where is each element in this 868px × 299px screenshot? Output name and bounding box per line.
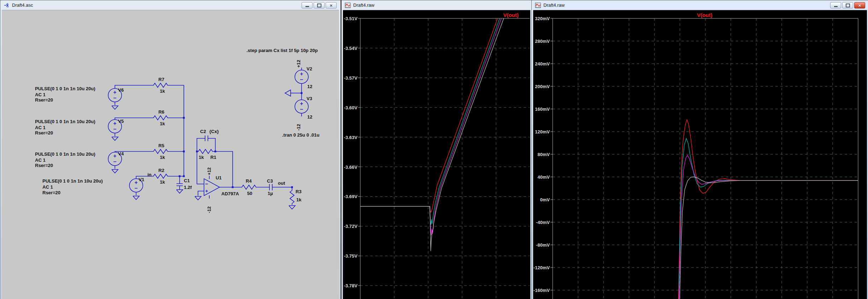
waveform-window-left-titlebar[interactable]: Draft4.raw [342,0,532,10]
y-tick-label: 240mV [535,61,550,67]
minimize-icon [834,6,838,7]
svg-text:1k: 1k [160,121,165,126]
resistor-r4[interactable]: R4 50 [240,178,259,196]
resistor-r5[interactable]: R5 1k [152,143,170,160]
svg-text:1.2f: 1.2f [184,185,192,190]
waveform-window-right-controls: × [830,2,865,8]
y-tick-label: -3.75V [344,253,358,259]
svg-text:AC 1: AC 1 [42,184,53,190]
y-tick-label: 40mV [537,174,550,180]
y-tick-label: -3.66V [344,165,358,170]
y-tick-label: 80mV [537,152,550,157]
voltage-source-v2[interactable]: +12 V2 12 [295,60,312,89]
y-tick-label: -160mV [534,288,550,293]
y-tick-label: 160mV [535,107,550,112]
resistor-r3[interactable]: R3 1k [289,186,302,209]
svg-text:V2: V2 [307,66,312,71]
step-directive[interactable]: .step param Cx list 1f 5p 10p 20p [246,48,318,53]
window-title: Draft4.asc [12,2,33,8]
waveform-window-right-titlebar[interactable]: Draft4.raw [532,0,868,10]
svg-text:PULSE(0 1 0 1n 1n 10u 20u): PULSE(0 1 0 1n 1n 10u 20u) [35,151,95,157]
capacitor-c2[interactable]: C2 {Cx} [197,129,219,151]
svg-text:+12: +12 [296,60,301,68]
capacitor-c3[interactable]: C3 1µ [259,178,292,196]
y-tick-label: -3.51V [344,16,358,21]
y-axis-labels: -3.51V-3.54V-3.57V-3.60V-3.63V-3.66V-3.6… [344,16,360,288]
waveform-plot-left: V(out) -3.51V-3.54V-3.57V-3.60V-3.63V-3.… [343,10,530,299]
ground-icon [112,106,118,109]
restore-button[interactable] [314,2,325,8]
svg-text:-12: -12 [206,206,212,213]
resistor-r7[interactable]: R7 1k [152,77,170,94]
minimize-button[interactable] [830,2,841,8]
svg-text:1k: 1k [160,179,165,185]
tran-directive[interactable]: .tran 0 25u 0 .01u [282,132,320,138]
svg-text:PULSE(0 1 0 1n 1n 10u 20u): PULSE(0 1 0 1n 1n 10u 20u) [42,178,103,184]
summing-bus-wires [170,85,185,177]
y-tick-label: 120mV [535,129,550,134]
svg-text:V1: V1 [139,177,144,182]
svg-text:R2: R2 [158,168,164,173]
resistor-r6[interactable]: R6 1k [152,109,170,126]
svg-text:1k: 1k [296,197,302,202]
close-button[interactable]: × [326,2,337,8]
trace-legend[interactable]: V(out) [503,12,518,18]
svg-text:50: 50 [247,191,252,196]
net-label-in: in [147,172,152,177]
svg-text:C1: C1 [184,178,190,183]
svg-text:1k: 1k [160,88,165,94]
waveform-window-left: Draft4.raw V(out) -3.51V-3.54V-3.57V-3.6… [341,0,532,299]
voltage-source-v5[interactable]: V5 [108,118,152,140]
svg-text:V4: V4 [118,151,124,156]
schematic-window-titlebar[interactable]: Draft4.asc [0,0,340,10]
svg-text:Rser=20: Rser=20 [35,130,53,136]
svg-text:Rser=20: Rser=20 [35,97,53,103]
waveform-pane-right[interactable]: V(out) 320mV280mV240mV200mV160mV120mV80m… [533,10,867,299]
svg-text:+12: +12 [206,167,212,175]
voltage-source-v1[interactable]: V1 in [129,172,152,200]
source-spec-v5: PULSE(0 1 0 1n 1n 10u 20u) AC 1 Rser=20 [35,119,95,136]
y-tick-label: 200mV [535,84,550,89]
minimize-button[interactable] [302,2,313,8]
plot-area[interactable] [553,18,858,299]
waveform-icon [535,2,541,8]
source-spec-v1: PULSE(0 1 0 1n 1n 10u 20u) AC 1 Rser=20 [42,178,103,195]
restore-icon [317,4,321,7]
y-tick-label: -120mV [534,265,550,270]
window-title: Draft4.raw [353,2,374,8]
voltage-source-v6[interactable]: V6 [108,85,152,109]
close-button[interactable]: × [854,2,865,8]
y-tick-label: 280mV [535,39,550,44]
rail-midpoint [285,84,303,100]
waveform-pane-left[interactable]: V(out) -3.51V-3.54V-3.57V-3.60V-3.63V-3.… [343,10,530,299]
y-tick-label: -3.54V [344,46,358,51]
svg-text:1µ: 1µ [268,191,273,196]
svg-text:R6: R6 [158,109,164,115]
close-icon: × [858,3,861,8]
svg-text:PULSE(0 1 0 1n 1n 10u 20u): PULSE(0 1 0 1n 1n 10u 20u) [35,119,95,124]
resistor-r1[interactable]: 1k R1 [197,149,216,160]
svg-text:12: 12 [307,114,312,120]
plot-area[interactable] [360,18,530,299]
voltage-source-v4[interactable]: V4 [108,151,152,173]
schematic-icon [4,2,10,8]
schematic-window-controls: × [302,2,337,8]
svg-text:AD797A: AD797A [221,191,239,196]
y-tick-label: -3.63V [344,135,358,140]
voltage-source-v3[interactable]: V3 12 -12 [295,96,312,131]
svg-text:R4: R4 [246,178,252,184]
trace-legend[interactable]: V(out) [697,12,712,18]
y-tick-label: -40mV [536,220,550,225]
source-spec-v6: PULSE(0 1 0 1n 1n 10u 20u) AC 1 Rser=20 [35,86,95,103]
svg-text:V5: V5 [118,119,124,124]
minimize-icon [305,6,309,7]
y-axis-labels: 320mV280mV240mV200mV160mV120mV80mV40mV0m… [534,16,553,293]
svg-text:R7: R7 [158,77,164,82]
svg-text:R5: R5 [158,143,164,148]
restore-button[interactable] [842,2,853,8]
svg-text:C2: C2 [200,129,206,134]
capacitor-c1[interactable]: C1 1.2f [176,176,192,194]
source-spec-v4: PULSE(0 1 0 1n 1n 10u 20u) AC 1 Rser=20 [35,151,95,168]
resistor-r2[interactable]: R2 1k [152,168,170,185]
schematic-canvas[interactable]: PULSE(0 1 0 1n 1n 10u 20u) AC 1 Rser=20 … [2,10,339,299]
